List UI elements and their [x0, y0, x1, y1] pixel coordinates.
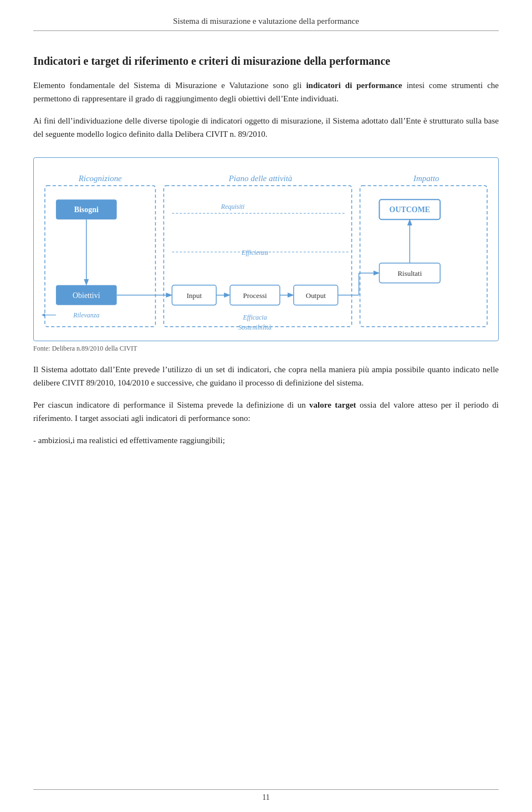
- diagram-caption: Fonte: Delibera n.89/2010 della CIVIT: [33, 345, 499, 353]
- svg-text:Input: Input: [187, 291, 202, 300]
- svg-text:Output: Output: [306, 291, 326, 300]
- svg-text:Requisiti: Requisiti: [221, 203, 245, 210]
- paragraph-3: Il Sistema adottato dall’Ente prevede l’…: [33, 363, 499, 389]
- svg-text:Sostenibilità: Sostenibilità: [238, 323, 272, 331]
- page-number: 11: [262, 793, 269, 801]
- svg-marker-13: [42, 314, 45, 317]
- diagram-svg: Ricognizione Piano delle attività Impatt…: [39, 169, 493, 335]
- svg-text:OUTCOME: OUTCOME: [390, 205, 431, 214]
- section-title: Indicatori e target di riferimento e cri…: [33, 53, 499, 69]
- svg-text:Piano delle attività: Piano delle attività: [228, 174, 293, 183]
- paragraph-1: Elemento fondamentale del Sistema di Mis…: [33, 79, 499, 105]
- svg-text:Rilevanza: Rilevanza: [73, 311, 99, 319]
- diagram-container: Ricognizione Piano delle attività Impatt…: [33, 157, 499, 341]
- svg-text:Impatto: Impatto: [413, 174, 439, 183]
- svg-text:Risultati: Risultati: [397, 269, 422, 277]
- paragraph-2: Ai fini dell’individuazione delle divers…: [33, 114, 499, 141]
- svg-text:Ricognizione: Ricognizione: [78, 174, 122, 183]
- page-header: Sistema di misurazione e valutazione del…: [33, 17, 499, 31]
- header-title: Sistema di misurazione e valutazione del…: [173, 17, 359, 25]
- page-footer: 11: [33, 789, 499, 802]
- svg-text:Efficienza: Efficienza: [241, 249, 268, 256]
- svg-text:Bisogni: Bisogni: [74, 205, 99, 214]
- paragraph-5: - ambiziosi,i ma realistici ed effettiva…: [33, 434, 499, 447]
- svg-text:Efficacia: Efficacia: [242, 314, 267, 321]
- svg-text:Processi: Processi: [243, 291, 267, 300]
- svg-text:Obiettivi: Obiettivi: [73, 291, 100, 300]
- paragraph-4: Per ciascun indicatore di performance il…: [33, 398, 499, 425]
